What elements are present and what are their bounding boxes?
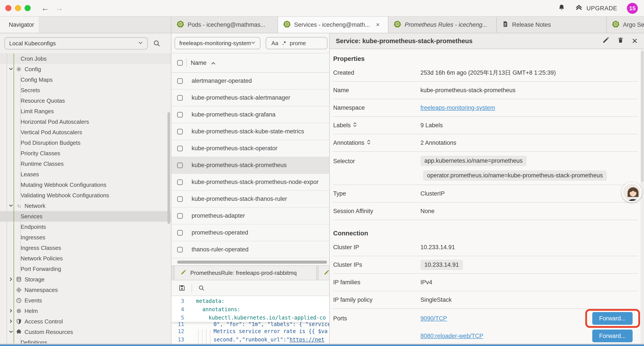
sidebar-item-helm[interactable]: Helm: [0, 306, 171, 316]
sidebar-item-config-maps[interactable]: Config Maps: [0, 74, 171, 85]
sidebar-item-limit-ranges[interactable]: Limit Ranges: [0, 106, 171, 116]
regex-toggle-icon[interactable]: .*: [282, 40, 286, 46]
sidebar-item-vertical-pod-autoscalers[interactable]: Vertical Pod Autoscalers: [0, 127, 171, 137]
sidebar-item-cron-jobs[interactable]: Cron Jobs: [0, 53, 171, 64]
sidebar-item-validating-webhook-configurations[interactable]: Validating Webhook Configurations: [0, 190, 171, 201]
sidebar-item-events[interactable]: Events: [0, 295, 171, 306]
sidebar-item-priority-classes[interactable]: Priority Classes: [0, 148, 171, 159]
sidebar-scrollbar[interactable]: [168, 112, 170, 224]
sidebar-item-mutating-webhook-configurations[interactable]: Mutating Webhook Configurations: [0, 180, 171, 190]
editor-tab-prometheusrule[interactable]: PrometheusRule: freeleaps-prod-rabbitmq: [174, 266, 317, 280]
table-row[interactable]: prometheus-adapter: [172, 208, 329, 224]
table-row[interactable]: kube-prometheus-stack-alertmanager: [172, 90, 329, 106]
zoom-window-button[interactable]: [24, 5, 31, 11]
sidebar-item-definitions[interactable]: Definitions: [0, 337, 171, 343]
row-checkbox[interactable]: [177, 112, 183, 118]
upgrade-button[interactable]: UPGRADE: [575, 4, 617, 13]
sidebar-item-resource-quotas[interactable]: Resource Quotas: [0, 95, 171, 106]
table-row[interactable]: kube-prometheus-stack-thanos-ruler: [172, 191, 329, 208]
tab-prometheus-rules[interactable]: Prometheus Rules - icecheng...: [388, 17, 497, 33]
bell-icon[interactable]: [558, 4, 565, 13]
tab-label: Argo Se: [623, 21, 644, 28]
tab-label: Release Notes: [512, 21, 551, 28]
select-all-checkbox[interactable]: [177, 60, 183, 66]
row-checkbox[interactable]: [177, 146, 183, 151]
sidebar-item-services[interactable]: Services: [0, 211, 171, 222]
runbook-url-link[interactable]: https://net: [290, 337, 324, 343]
horizontal-scrollbar[interactable]: [177, 261, 327, 264]
table-row[interactable]: kube-prometheus-stack-grafana: [172, 106, 329, 123]
row-checkbox[interactable]: [177, 196, 183, 202]
sidebar-item-network-policies[interactable]: Network Policies: [0, 253, 171, 264]
table-row[interactable]: kube-prometheus-stack-operator: [172, 140, 329, 157]
notification-count-badge[interactable]: 15: [627, 3, 638, 14]
kubeconfig-selector[interactable]: Local Kubeconfigs: [4, 37, 148, 49]
sidebar-item-config[interactable]: Config: [0, 64, 171, 74]
name-filter-input[interactable]: Aa .* prome: [266, 37, 328, 49]
close-window-button[interactable]: [5, 5, 12, 11]
column-header-name[interactable]: Name: [191, 59, 216, 66]
tab-release-notes[interactable]: Release Notes: [497, 17, 607, 33]
sidebar-item-pod-disruption-budgets[interactable]: Pod Disruption Budgets: [0, 137, 171, 148]
tab-services[interactable]: Services - icecheng@math... ×: [278, 17, 388, 33]
namespace-filter-select[interactable]: freeleaps-monitoring-system: [174, 37, 260, 49]
sidebar-item-ingresses[interactable]: Ingresses: [0, 232, 171, 243]
editor-search-icon[interactable]: [198, 285, 205, 291]
row-checkbox[interactable]: [177, 95, 183, 101]
table-row[interactable]: thanos-ruler-operated: [172, 241, 329, 258]
row-checkbox[interactable]: [177, 179, 183, 185]
yaml-editor[interactable]: 3metadata: 4 annotations: 5 kubectl.kube…: [172, 296, 329, 344]
traffic-lights: [5, 5, 31, 11]
table-row-selected[interactable]: kube-prometheus-stack-prometheus: [172, 157, 329, 174]
namespace-link[interactable]: freeleaps-monitoring-system: [420, 104, 495, 111]
row-checkbox[interactable]: [177, 213, 183, 219]
sidebar-item-runtime-classes[interactable]: Runtime Classes: [0, 159, 171, 169]
sort-toggle-icon[interactable]: [367, 139, 371, 147]
table-row[interactable]: kube-prometheus-stack-prometheus-node-ex…: [172, 174, 329, 191]
sidebar-item-endpoints[interactable]: Endpoints: [0, 222, 171, 232]
sidebar-item-horizontal-pod-autoscalers[interactable]: Horizontal Pod Autoscalers: [0, 116, 171, 127]
tab-argo[interactable]: Argo Se: [607, 17, 644, 33]
trash-icon[interactable]: [617, 36, 624, 45]
sidebar-item-storage[interactable]: Storage: [0, 274, 171, 285]
sort-ascending-icon: [211, 59, 216, 66]
row-checkbox[interactable]: [177, 230, 183, 236]
table-row[interactable]: alertmanager-operated: [172, 73, 329, 90]
filter-text: prome: [290, 40, 306, 47]
row-checkbox[interactable]: [177, 247, 183, 253]
save-icon[interactable]: [178, 285, 186, 292]
row-checkbox[interactable]: [177, 78, 183, 84]
sidebar-item-port-forwarding[interactable]: Port Forwarding: [0, 264, 171, 274]
row-checkbox[interactable]: [177, 129, 183, 134]
detail-scrollbar-thumb[interactable]: [641, 51, 644, 182]
sidebar-item-ingress-classes[interactable]: Ingress Classes: [0, 243, 171, 253]
forward-port-button[interactable]: Forward...: [592, 312, 632, 325]
property-row-session-affinity: Session Affinity None: [333, 203, 638, 220]
sidebar-item-custom-resources[interactable]: Custom Resources: [0, 327, 171, 337]
tab-navigator[interactable]: Navigator: [0, 17, 38, 33]
close-icon[interactable]: ✕: [632, 36, 638, 45]
back-icon[interactable]: ←: [41, 4, 49, 12]
search-icon[interactable]: [153, 40, 160, 47]
sidebar-item-namespaces[interactable]: Namespaces: [0, 285, 171, 295]
row-checkbox[interactable]: [177, 162, 183, 168]
tab-close-icon[interactable]: ×: [376, 21, 380, 28]
port-link-8080[interactable]: 8080:reloader-web/TCP: [420, 333, 483, 340]
edit-icon[interactable]: [602, 36, 609, 45]
tab-pods[interactable]: Pods - icecheng@mathmas...: [172, 17, 278, 33]
sidebar-item-leases[interactable]: Leases: [0, 169, 171, 180]
sidebar-item-secrets[interactable]: Secrets: [0, 85, 171, 95]
sort-toggle-icon[interactable]: [353, 122, 357, 129]
sidebar-item-access-control[interactable]: Access Control: [0, 316, 171, 327]
editor-tab-partial[interactable]: [318, 266, 329, 280]
forward-port-button[interactable]: Forward...: [592, 330, 632, 342]
port-link-9090[interactable]: 9090/TCP: [420, 315, 447, 322]
table-row[interactable]: kube-prometheus-stack-kube-state-metrics: [172, 123, 329, 140]
match-case-toggle[interactable]: Aa: [271, 40, 278, 47]
forward-icon[interactable]: →: [55, 4, 63, 12]
chevron-down-icon: [251, 40, 256, 47]
sidebar-item-network[interactable]: ↑↓ Network: [0, 201, 171, 211]
minimize-window-button[interactable]: [15, 5, 21, 11]
table-row[interactable]: prometheus-operated: [172, 224, 329, 241]
user-avatar[interactable]: [622, 182, 642, 202]
